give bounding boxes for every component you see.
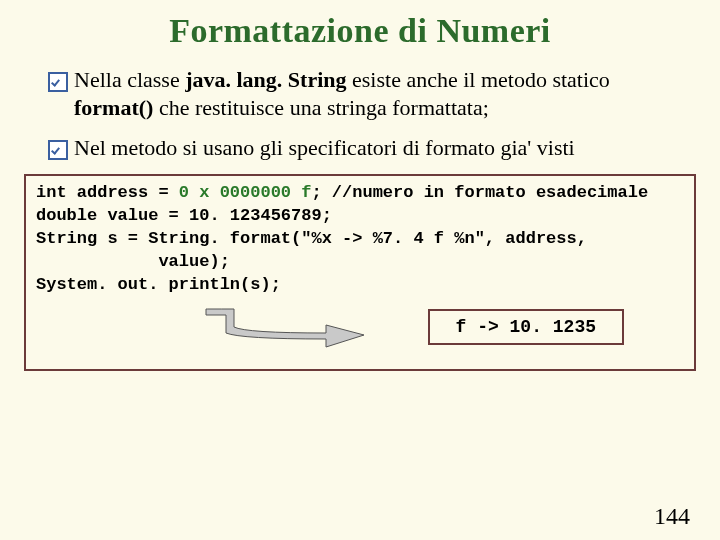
bullet-list: Nella classe java. lang. String esiste a… — [18, 66, 702, 162]
bullet-text: Nel metodo si usano gli specificatori di… — [74, 134, 682, 162]
list-item: Nel metodo si usano gli specificatori di… — [48, 134, 682, 162]
output-value: f -> 10. 1235 — [428, 309, 624, 345]
code-line: double value = 10. 123456789; — [36, 205, 684, 228]
code-line: int address = 0 x 0000000 f; //numero in… — [36, 182, 684, 205]
arrow-icon — [196, 295, 386, 365]
bullet-text: Nella classe java. lang. String esiste a… — [74, 66, 682, 122]
code-snippet: int address = 0 x 0000000 f; //numero in… — [24, 174, 696, 371]
checkbox-icon — [48, 140, 68, 160]
list-item: Nella classe java. lang. String esiste a… — [48, 66, 682, 122]
code-line: value); — [36, 251, 684, 274]
page-number: 144 — [654, 503, 690, 530]
code-line: String s = String. format("%x -> %7. 4 f… — [36, 228, 684, 251]
output-area: f -> 10. 1235 — [36, 303, 684, 363]
page-title: Formattazione di Numeri — [18, 12, 702, 50]
checkbox-icon — [48, 72, 68, 92]
code-line: System. out. println(s); — [36, 274, 684, 297]
